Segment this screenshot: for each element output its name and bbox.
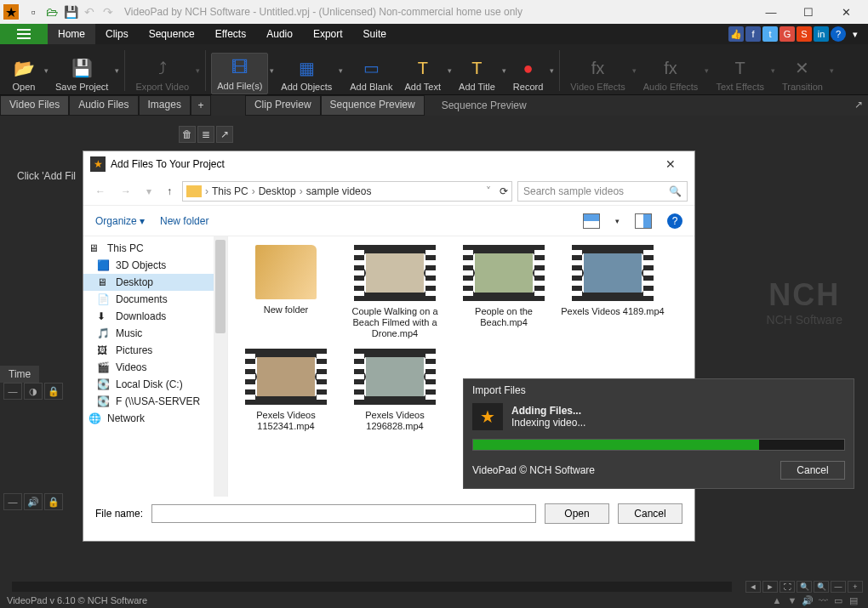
tab-clip-preview[interactable]: Clip Preview bbox=[245, 95, 321, 116]
menu-sequence[interactable]: Sequence bbox=[139, 24, 205, 44]
minus-icon[interactable]: — bbox=[3, 383, 22, 400]
file-item[interactable]: Pexels Videos 1296828.mp4 bbox=[342, 349, 448, 432]
view-dropdown[interactable]: ▾ bbox=[615, 217, 620, 225]
tree-scrollbar[interactable] bbox=[214, 236, 227, 497]
timeline-scrollbar[interactable]: ◄ ► ⛶ 🔍 🔍 — + bbox=[0, 581, 868, 593]
menu-clips[interactable]: Clips bbox=[95, 24, 139, 44]
scroll-right-icon[interactable]: ► bbox=[762, 581, 778, 593]
tree-item[interactable]: 📄Documents bbox=[83, 291, 227, 308]
add-title-tool[interactable]: TAdd Title bbox=[454, 54, 500, 94]
breadcrumb[interactable]: ›This PC ›Desktop ›sample videos ˅ ⟳ bbox=[182, 181, 512, 202]
tab-sequence-preview[interactable]: Sequence Preview bbox=[321, 95, 425, 116]
new-icon[interactable]: ▫ bbox=[26, 4, 41, 20]
tree-item[interactable]: 🟦3D Objects bbox=[83, 257, 227, 274]
eye-icon[interactable]: ◑ bbox=[24, 383, 43, 400]
menu-export[interactable]: Export bbox=[303, 24, 353, 44]
tab-video-files[interactable]: Video Files bbox=[0, 95, 69, 116]
menu-audio[interactable]: Audio bbox=[256, 24, 303, 44]
tree-item[interactable]: 🎬Videos bbox=[83, 359, 227, 376]
video-effects-tool[interactable]: fxVideo Effects bbox=[565, 54, 630, 94]
redo-icon[interactable]: ↷ bbox=[100, 4, 116, 20]
file-item[interactable]: Pexels Videos 4189.mp4 bbox=[560, 245, 665, 340]
file-item[interactable]: Couple Walking on a Beach Filmed with a … bbox=[342, 245, 448, 340]
status-up-icon[interactable]: ▲ bbox=[769, 595, 785, 605]
menu-home[interactable]: Home bbox=[48, 24, 95, 44]
status-speaker-icon[interactable]: 🔊 bbox=[800, 595, 815, 606]
maximize-button[interactable]: ☐ bbox=[790, 0, 827, 24]
record-tool[interactable]: ●Record bbox=[508, 54, 548, 94]
recent-dropdown[interactable]: ▾ bbox=[141, 185, 157, 197]
twitter-icon[interactable]: t bbox=[762, 26, 778, 42]
transition-tool[interactable]: ✕Transition bbox=[777, 54, 828, 94]
status-waveform-icon[interactable]: 〰 bbox=[815, 595, 831, 605]
tab-audio-files[interactable]: Audio Files bbox=[69, 95, 138, 116]
filename-input[interactable] bbox=[151, 504, 536, 523]
stumble-icon[interactable]: S bbox=[797, 26, 812, 42]
tree-item[interactable]: 🖥This PC bbox=[83, 240, 227, 257]
minimize-button[interactable]: — bbox=[752, 0, 790, 24]
open-button[interactable]: Open bbox=[545, 503, 609, 524]
add-objects-tool[interactable]: ▦Add Objects bbox=[276, 54, 337, 94]
zoom-fit-icon[interactable]: ⛶ bbox=[779, 581, 795, 593]
back-button[interactable]: ← bbox=[90, 185, 111, 197]
burger-menu[interactable] bbox=[0, 24, 48, 44]
tab-images[interactable]: Images bbox=[139, 95, 191, 116]
add-text-tool[interactable]: TAdd Text bbox=[399, 54, 446, 94]
tree-item[interactable]: 🎵Music bbox=[83, 325, 227, 342]
tree-item[interactable]: ⬇Downloads bbox=[83, 308, 227, 325]
import-cancel-button[interactable]: Cancel bbox=[780, 461, 845, 480]
popout-icon[interactable]: ↗ bbox=[216, 126, 233, 143]
menu-effects[interactable]: Effects bbox=[205, 24, 256, 44]
status-menu-icon[interactable]: ▤ bbox=[846, 595, 861, 606]
chevron-down-icon[interactable]: ▾ bbox=[848, 26, 863, 42]
tree-item[interactable]: 🌐Network bbox=[83, 410, 227, 427]
chevron-down-icon[interactable]: ˅ bbox=[486, 185, 491, 197]
help-icon[interactable]: ? bbox=[831, 26, 846, 42]
forward-button[interactable]: → bbox=[116, 185, 136, 197]
tree-item[interactable]: 🖼Pictures bbox=[83, 342, 227, 359]
export-video-tool[interactable]: ⤴Export Video bbox=[130, 54, 194, 94]
close-button[interactable]: ✕ bbox=[827, 0, 865, 24]
save-icon[interactable]: 💾 bbox=[63, 4, 78, 20]
tree-item[interactable]: 💽Local Disk (C:) bbox=[83, 376, 227, 393]
add-blank-tool[interactable]: ▭Add Blank bbox=[345, 54, 397, 94]
preview-pane-icon[interactable] bbox=[635, 213, 652, 229]
status-clip-icon[interactable]: ▭ bbox=[831, 595, 846, 606]
audio-effects-tool[interactable]: fxAudio Effects bbox=[638, 54, 704, 94]
popout-icon[interactable]: ↗ bbox=[854, 99, 863, 111]
speaker-icon[interactable]: 🔊 bbox=[24, 493, 43, 510]
facebook-icon[interactable]: f bbox=[745, 26, 761, 42]
menu-suite[interactable]: Suite bbox=[353, 24, 397, 44]
minus-icon[interactable]: — bbox=[3, 493, 22, 510]
add-files-tool[interactable]: 🎞Add File(s) bbox=[211, 53, 268, 94]
zoom-plus-icon[interactable]: + bbox=[848, 581, 863, 593]
dialog-close-button[interactable]: ✕ bbox=[654, 157, 688, 171]
new-folder-button[interactable]: New folder bbox=[160, 215, 208, 227]
file-item[interactable]: People on the Beach.mp4 bbox=[451, 245, 557, 340]
text-effects-tool[interactable]: TText Effects bbox=[711, 54, 769, 94]
status-down-icon[interactable]: ▼ bbox=[785, 595, 800, 605]
tree-item[interactable]: 💽F (\\USA-SERVER bbox=[83, 393, 227, 410]
zoom-out-icon[interactable]: 🔍 bbox=[797, 581, 812, 593]
lock-icon[interactable]: 🔒 bbox=[44, 493, 63, 510]
search-input[interactable]: Search sample videos 🔍 bbox=[517, 181, 688, 202]
tree-item[interactable]: 🖥Desktop bbox=[83, 274, 227, 291]
list-icon[interactable]: ≣ bbox=[197, 126, 214, 143]
google-icon[interactable]: G bbox=[779, 26, 795, 42]
lock-icon[interactable]: 🔒 bbox=[44, 383, 63, 400]
file-item[interactable]: Pexels Videos 1152341.mp4 bbox=[233, 349, 339, 432]
trash-icon[interactable]: 🗑 bbox=[179, 126, 196, 143]
dialog-help-icon[interactable]: ? bbox=[667, 213, 682, 229]
save-project-tool[interactable]: 💾Save Project bbox=[50, 54, 113, 94]
zoom-minus-icon[interactable]: — bbox=[831, 581, 846, 593]
open-tool[interactable]: 📂Open bbox=[5, 54, 43, 94]
refresh-icon[interactable]: ⟳ bbox=[500, 185, 508, 197]
scroll-left-icon[interactable]: ◄ bbox=[745, 581, 761, 593]
file-item[interactable]: New folder bbox=[233, 245, 339, 340]
open-icon[interactable]: 🗁 bbox=[44, 4, 60, 20]
like-icon[interactable]: 👍 bbox=[728, 26, 744, 42]
linkedin-icon[interactable]: in bbox=[814, 26, 829, 42]
zoom-in-icon[interactable]: 🔍 bbox=[814, 581, 829, 593]
organize-button[interactable]: Organize ▾ bbox=[95, 215, 145, 227]
add-tab[interactable]: + bbox=[191, 95, 211, 116]
